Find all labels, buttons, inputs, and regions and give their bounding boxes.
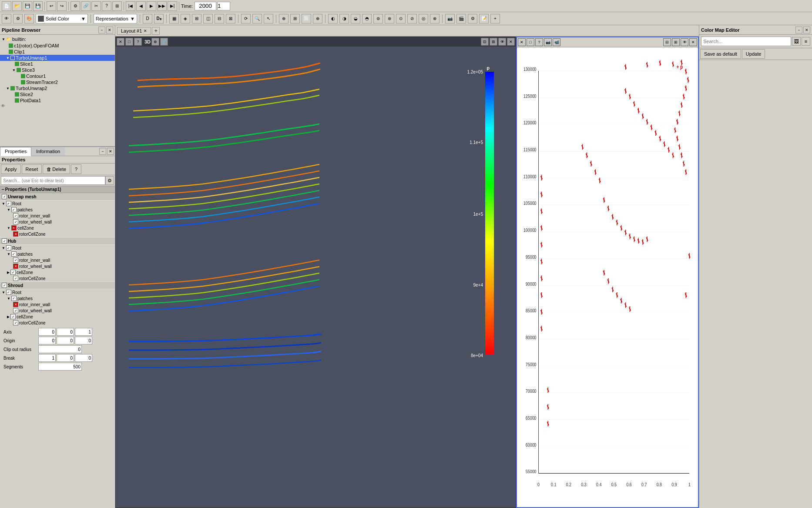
pipeline-item-clip1[interactable]: Clip1 [0,49,115,55]
hub-rotor-inner[interactable]: rotor_inner_wall [0,257,115,263]
plot-cam2[interactable]: 📹 [553,38,560,46]
shroud-cellzone[interactable]: ▶ cellZone [0,314,115,320]
prev-frame-btn[interactable]: ◀ [136,1,146,11]
hub-wheel-cb[interactable] [13,264,18,269]
plot-help[interactable]: ? [535,38,543,46]
cam2[interactable]: ◑ [339,14,349,23]
clip-out-input[interactable] [38,345,82,353]
cam3[interactable]: ◒ [351,14,360,23]
break-z-input[interactable] [75,354,92,362]
shroud-root[interactable]: ▼ Root [0,289,115,295]
orient-btn[interactable]: ⊕ [279,14,289,23]
prop-root[interactable]: ▼ Root [0,201,115,207]
hub-cellzone[interactable]: ▶ cellZone [0,269,115,275]
cam4[interactable]: ◓ [362,14,372,23]
open-btn[interactable]: 📂 [12,1,22,11]
prop-search-settings[interactable]: ⚙ [105,176,114,185]
vp3d-close2[interactable]: ✕ [507,38,515,46]
prop-cellzone[interactable]: ▼ cellZone [0,225,115,231]
cellzone-cb[interactable] [11,225,17,231]
vp3d-maximize[interactable]: □ [125,38,133,46]
undo-btn[interactable]: ↩ [47,1,56,11]
rotor-wheel-cb[interactable] [13,219,18,224]
expand-turbounwrap2[interactable]: ▼ [6,87,10,90]
cme-search-btn1[interactable]: 🖼 [792,37,801,46]
cme-search-btn2[interactable]: ≡ [802,37,810,46]
disconnect-btn[interactable]: ✂ [91,1,101,11]
connect-btn[interactable]: 🔗 [81,1,91,11]
expand-patches[interactable]: ▼ [7,208,10,212]
hub-cb[interactable] [2,238,7,244]
help-prop-btn[interactable]: ? [71,164,81,174]
prop-rotorcellzone[interactable]: rotorCellZone [0,231,115,237]
rescale-btn[interactable]: D [143,14,152,23]
pipeline-item-streamtracer2[interactable]: StreamTracer2 [0,79,115,85]
eye-btn[interactable]: 👁 [2,14,11,23]
grid-btn[interactable]: ⊞ [290,14,300,23]
render-btn5[interactable]: ⊟ [215,14,224,23]
vp3d-camlink[interactable]: 🔗 [160,38,168,46]
shroud-rotorcell[interactable]: rotorCellZone [0,320,115,326]
tab-information[interactable]: Information [31,147,65,156]
pipeline-close-btn[interactable]: ✕ [106,27,113,33]
pipeline-item-c1rotor[interactable]: c1{rotor}.OpenFOAM [0,43,115,49]
shroud-root-cb[interactable] [6,290,11,295]
screen-btn[interactable]: ⊞ [112,1,122,11]
first-frame-btn[interactable]: |◀ [126,1,135,11]
rotor-inner-cb[interactable] [13,213,18,218]
help-btn[interactable]: ? [102,1,111,11]
reset-btn[interactable]: Reset [22,164,42,174]
layout-tab-1-close[interactable]: ✕ [144,29,147,33]
hub-root-cb[interactable] [6,245,11,251]
settings-btn[interactable]: ⚙ [468,14,477,23]
render-btn3[interactable]: ⊞ [192,14,201,23]
plot-split-v[interactable]: ⊞ [672,38,680,46]
last-frame-btn[interactable]: ▶| [168,1,177,11]
hub-rotorcell-cb[interactable] [13,276,18,281]
plot-split-h[interactable]: ⊟ [663,38,671,46]
cam6[interactable]: ⊛ [385,14,394,23]
plot-close[interactable]: ✕ [518,38,526,46]
segments-input[interactable] [38,363,82,371]
record-btn[interactable]: 🎬 [456,14,466,23]
expand-prop-root[interactable]: ▼ [2,202,5,206]
hub-inner-cb[interactable] [13,257,18,263]
axis-y-input[interactable] [57,328,74,336]
vp3d-eye2[interactable]: 👁 [498,38,506,46]
axes-btn[interactable]: ⊕ [313,14,322,23]
hub-patches-cb[interactable] [11,251,17,257]
color-btn[interactable]: 🎨 [24,14,34,23]
expand-cellzone[interactable]: ▼ [7,226,10,230]
axis-x-input[interactable] [38,328,56,336]
vp3d-close[interactable]: ✕ [117,38,124,46]
save-btn[interactable]: 💾 [23,1,32,11]
hub-rotor-wheel[interactable]: rotor_wheel_wall [0,263,115,269]
pipeline-item-slice2[interactable]: Slice2 [0,91,115,97]
cam10[interactable]: ⊗ [430,14,440,23]
cme-search-input[interactable] [701,37,791,46]
render-btn4[interactable]: ◫ [203,14,213,23]
vp3d-help[interactable]: ? [134,38,142,46]
pipeline-item-slice1[interactable]: Slice1 [0,61,115,67]
expand-builtin[interactable]: ▼ [2,37,5,41]
break-x-input[interactable] [38,354,56,362]
cam9[interactable]: ◎ [419,14,428,23]
tab-properties[interactable]: Properties [0,147,31,156]
origin-z-input[interactable] [75,337,92,344]
shroud-rotorcell-cb[interactable] [13,320,18,325]
hub-patches[interactable]: ▼ patches [0,251,115,257]
unwrap-cb[interactable] [2,194,7,199]
render-btn1[interactable]: ▦ [169,14,179,23]
prop-patches[interactable]: ▼ patches [0,207,115,213]
shroud-rotor-inner[interactable]: rotor_inner_wall [0,301,115,307]
plot-eye2[interactable]: 👁 [681,38,688,46]
cam5[interactable]: ⊚ [373,14,383,23]
cam1[interactable]: ◐ [328,14,338,23]
layout-tab-1[interactable]: Layout #1 ✕ [117,27,151,35]
hub-rotorcellzone[interactable]: rotorCellZone [0,275,115,281]
shroud-patches[interactable]: ▼ patches [0,295,115,301]
expand-slice3[interactable]: ▼ [12,68,16,72]
pipeline-item-turbounwrap1[interactable]: ▼ TurboUnwrap1 [0,55,115,61]
axis-z-input[interactable] [75,328,92,336]
root-cb[interactable] [6,201,11,206]
